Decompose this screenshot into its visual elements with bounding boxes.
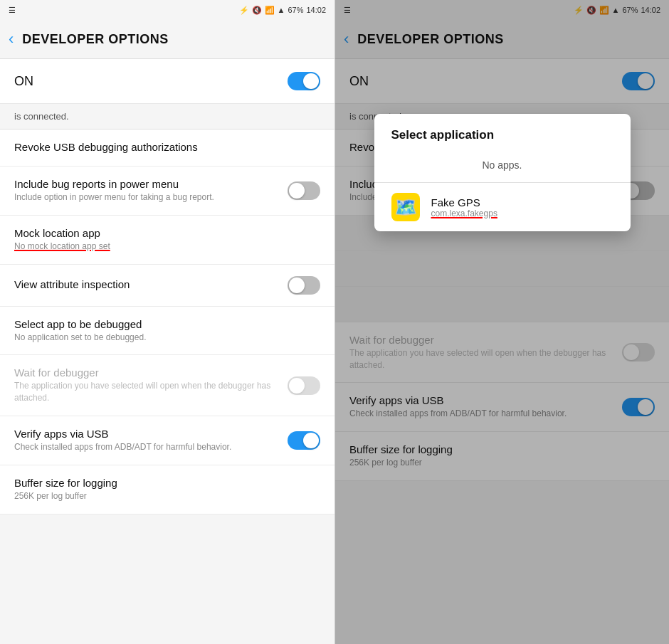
setting-wait-debugger-left[interactable]: Wait for debugger The application you ha…: [0, 355, 334, 416]
debug-app-subtitle: No application set to be debugged.: [14, 332, 320, 344]
toggle-knob: [289, 278, 305, 293]
toggle-knob: [303, 433, 319, 448]
on-toggle-row-left[interactable]: ON: [0, 59, 334, 104]
status-bar-left: ☰ ⚡ 🔇 📶 ▲ 67% 14:02: [0, 0, 334, 20]
connected-text-left: is connected.: [0, 104, 334, 130]
setting-verify-usb-left[interactable]: Verify apps via USB Check installed apps…: [0, 416, 334, 465]
select-app-dialog: Select application No apps. 🗺️ Fake GPS …: [374, 114, 631, 231]
app-name: Fake GPS: [431, 196, 497, 208]
app-info: Fake GPS com.lexa.fakegps: [431, 196, 497, 218]
setting-subtitle: The application you have selected will o…: [14, 380, 288, 404]
right-panel: ☰ ⚡ 🔇 📶 ▲ 67% 14:02 ‹ DEVELOPER OPTIONS …: [334, 0, 669, 644]
setting-buffer-left[interactable]: Buffer size for logging 256K per log buf…: [0, 465, 334, 514]
left-panel: ☰ ⚡ 🔇 📶 ▲ 67% 14:02 ‹ DEVELOPER OPTIONS …: [0, 0, 334, 644]
dialog-overlay[interactable]: Select application No apps. 🗺️ Fake GPS …: [335, 0, 669, 644]
volume-icon: 🔇: [252, 6, 262, 15]
setting-debug-app-left[interactable]: Select app to be debugged No application…: [0, 307, 334, 356]
toggle-knob: [289, 183, 305, 199]
app-package: com.lexa.fakegps: [431, 208, 497, 218]
setting-title: Include bug reports in power menu: [14, 178, 288, 190]
setting-title: Wait for debugger: [14, 366, 288, 379]
toggle-bug-report-left[interactable]: [288, 181, 320, 200]
setting-view-attr-left[interactable]: View attribute inspection: [0, 265, 334, 307]
setting-mock-location-left[interactable]: Mock location app No mock location app s…: [0, 216, 334, 265]
main-toggle-left[interactable]: [288, 72, 320, 90]
buffer-title: Buffer size for logging: [14, 477, 320, 489]
status-right: ⚡ 🔇 📶 ▲ 67% 14:02: [239, 6, 326, 15]
time-left: 14:02: [306, 6, 326, 14]
dialog-app-item-fakegps[interactable]: 🗺️ Fake GPS com.lexa.fakegps: [374, 183, 631, 231]
header-left: ‹ DEVELOPER OPTIONS: [0, 20, 334, 59]
setting-text: Revoke USB debugging authorizations: [14, 141, 320, 153]
bluetooth-icon: ⚡: [239, 6, 249, 15]
setting-title: View attribute inspection: [14, 278, 288, 290]
notification-icon: ☰: [9, 6, 16, 15]
status-left: ☰: [9, 6, 16, 15]
fake-gps-icon: 🗺️: [391, 193, 420, 221]
setting-title: Verify apps via USB: [14, 428, 288, 440]
setting-bug-report-left[interactable]: Include bug reports in power menu Includ…: [0, 167, 334, 216]
toggle-wait-debugger-left[interactable]: [288, 376, 320, 395]
setting-revoke-usb-left[interactable]: Revoke USB debugging authorizations: [0, 130, 334, 167]
toggle-knob-left: [303, 73, 319, 89]
buffer-subtitle: 256K per log buffer: [14, 490, 320, 502]
mock-location-subtitle: No mock location app set: [14, 241, 320, 253]
toggle-verify-usb-left[interactable]: [288, 431, 320, 450]
on-label-left: ON: [14, 74, 33, 89]
setting-title: Revoke USB debugging authorizations: [14, 141, 320, 153]
toggle-knob: [289, 378, 305, 394]
mock-location-title: Mock location app: [14, 227, 320, 239]
debug-app-title: Select app to be debugged: [14, 318, 320, 330]
setting-text: Verify apps via USB Check installed apps…: [14, 428, 288, 453]
setting-subtitle: Include option in power menu for taking …: [14, 191, 288, 204]
toggle-view-attr-left[interactable]: [288, 276, 320, 295]
signal-icon: ▲: [278, 6, 285, 14]
back-button-left[interactable]: ‹: [6, 27, 16, 51]
wifi-icon: 📶: [265, 6, 275, 15]
setting-text: Include bug reports in power menu Includ…: [14, 178, 288, 204]
dialog-no-apps: No apps.: [374, 151, 631, 182]
battery-text: 67%: [288, 6, 303, 14]
dialog-title: Select application: [374, 114, 631, 151]
setting-text: View attribute inspection: [14, 278, 288, 292]
content-left: ON is connected. Revoke USB debugging au…: [0, 59, 334, 644]
gps-emoji: 🗺️: [394, 196, 417, 218]
page-title-left: DEVELOPER OPTIONS: [22, 32, 169, 47]
setting-subtitle: Check installed apps from ADB/ADT for ha…: [14, 441, 288, 453]
setting-text: Wait for debugger The application you ha…: [14, 366, 288, 404]
